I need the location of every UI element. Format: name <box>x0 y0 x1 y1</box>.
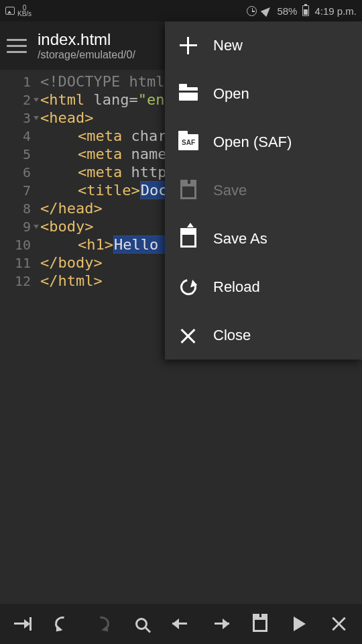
menu-new-label: New <box>213 37 243 54</box>
plus-icon <box>178 36 198 56</box>
line-number: 2 <box>0 91 38 109</box>
line-number: 11 <box>0 254 38 272</box>
menu-new[interactable]: New <box>165 21 362 70</box>
alarm-icon <box>247 6 257 16</box>
line-number: 5 <box>0 145 38 163</box>
line-number: 12 <box>0 272 38 290</box>
file-path: /storage/emulated/0/ <box>38 49 135 61</box>
line-number: 4 <box>0 127 38 145</box>
reload-icon <box>178 277 198 297</box>
folder-icon <box>178 84 198 104</box>
menu-reload-label: Reload <box>213 278 260 296</box>
forward-button[interactable] <box>205 608 236 639</box>
menu-open[interactable]: Open <box>165 70 362 118</box>
menu-close[interactable]: Close <box>165 311 362 360</box>
line-number: 6 <box>0 163 38 181</box>
menu-open-label: Open <box>213 85 249 103</box>
line-number: 9 <box>0 217 38 235</box>
menu-save-label: Save <box>213 182 247 199</box>
run-button[interactable] <box>284 608 315 639</box>
line-number: 8 <box>0 199 38 217</box>
save-as-icon <box>178 229 198 249</box>
redo-button[interactable] <box>86 608 117 639</box>
file-menu-popup: New Open SAF Open (SAF) Save Save As Rel… <box>165 21 362 360</box>
menu-open-saf-label: Open (SAF) <box>213 133 292 151</box>
airplane-mode-icon <box>261 5 273 17</box>
picture-icon <box>5 7 15 15</box>
network-speed: 0 KB/s <box>17 5 32 17</box>
battery-percent: 58% <box>277 5 297 17</box>
search-button[interactable] <box>126 608 157 639</box>
line-number-gutter: 123456789101112 <box>0 70 38 290</box>
menu-save-as-label: Save As <box>213 230 267 248</box>
menu-button[interactable] <box>7 39 27 53</box>
status-bar: 0 KB/s 58% 4:19 p.m. <box>0 0 362 21</box>
menu-save[interactable]: Save <box>165 166 362 215</box>
menu-save-as[interactable]: Save As <box>165 215 362 263</box>
back-button[interactable] <box>166 608 196 639</box>
line-number: 1 <box>0 72 38 91</box>
menu-close-label: Close <box>213 327 251 344</box>
clock: 4:19 p.m. <box>314 5 357 17</box>
line-number: 10 <box>0 235 38 254</box>
battery-icon <box>302 5 309 16</box>
save-icon <box>178 180 198 201</box>
close-button[interactable] <box>324 608 355 639</box>
close-icon <box>178 325 198 345</box>
menu-reload[interactable]: Reload <box>165 263 362 311</box>
line-number: 3 <box>0 109 38 127</box>
saf-folder-icon: SAF <box>178 132 198 152</box>
indent-button[interactable] <box>7 608 38 639</box>
undo-button[interactable] <box>47 608 78 639</box>
line-number: 7 <box>0 181 38 199</box>
menu-open-saf[interactable]: SAF Open (SAF) <box>165 118 362 166</box>
file-title: index.html <box>38 30 135 49</box>
bottom-toolbar <box>0 604 362 644</box>
save-button[interactable] <box>245 608 276 639</box>
